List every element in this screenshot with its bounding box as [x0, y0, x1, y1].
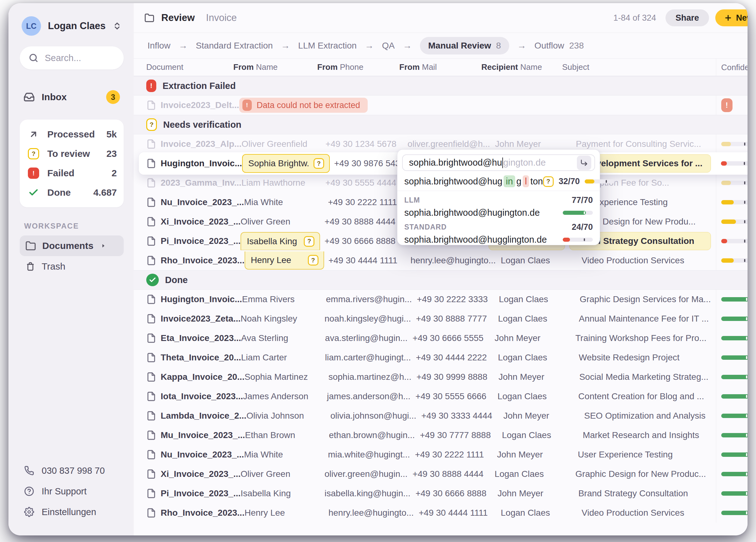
pipeline-step-qa[interactable]: QA — [382, 41, 395, 51]
table-row-done-2[interactable]: Eta_Invoice_2023...Ava Sterlingava.sterl… — [134, 328, 748, 348]
pipeline-step-label: LLM Extraction — [298, 41, 357, 51]
stat-label: Processed — [47, 129, 100, 140]
recipient-name: John Meyer — [495, 333, 545, 343]
search-field[interactable] — [45, 53, 115, 63]
sidebar-item-failed[interactable]: ! Failed 2 — [27, 163, 117, 183]
from-name-highlight-cell[interactable]: Henry Lee? — [245, 251, 324, 270]
table-row-done-3[interactable]: Theta_Invoice_20...Liam Carterliam.carte… — [134, 348, 748, 367]
table-row-done-7[interactable]: Mu_Invoice_2023_...Ethan Brownethan.brow… — [134, 426, 748, 445]
file-icon — [146, 217, 156, 227]
document-name: Nu_Invoice_2023_... — [161, 450, 244, 460]
table-row-done-8[interactable]: Nu_Invoice_2023_...Mia Whitemia.white@hu… — [134, 445, 748, 464]
group-row-verify[interactable]: ?Needs verification7 — [134, 115, 748, 134]
confidence-bar — [721, 414, 748, 418]
sidebar-item-support[interactable]: Ihr Support — [20, 481, 124, 502]
document-name: Hugington_Invoic... — [161, 294, 242, 304]
column-header-confidence[interactable]: Confidence — [716, 59, 748, 76]
pipeline-step-label: Standard Extraction — [196, 41, 273, 51]
profile-switcher[interactable]: LC Logan Claes — [20, 14, 124, 36]
column-header-name[interactable]: Recipient Name — [481, 62, 562, 72]
page-subtitle[interactable]: Invoice — [206, 12, 237, 23]
column-header-mail[interactable]: From Mail — [399, 62, 481, 72]
suggestion-diff-row[interactable]: sophia.brightwood@huginglton ? 32/70 — [397, 173, 600, 190]
pipeline-step-label: QA — [382, 41, 395, 51]
column-header-name[interactable]: From Name — [233, 62, 317, 72]
corner-down-right-icon — [580, 159, 588, 167]
confidence-bar — [721, 394, 748, 399]
sidebar-item-done[interactable]: Done 4.687 — [27, 183, 117, 202]
confidence-bar — [721, 355, 748, 360]
table-row-failed-0[interactable]: Invoice2023_Delt...!Data could not be ex… — [134, 95, 748, 115]
recipient-name: John Meyer — [497, 450, 548, 460]
recipient-name: Logan Claes — [501, 256, 555, 266]
table-row-done-5[interactable]: Iota_Invoice_2023...James Andersonjames.… — [134, 387, 748, 406]
question-badge-icon: ? — [146, 118, 157, 131]
share-button[interactable]: Share — [665, 9, 709, 26]
sidebar-item-processed[interactable]: Processed 5k — [27, 125, 117, 144]
table-row-done-9[interactable]: Xi_Invoice_2023_...Oliver Greenoliver.gr… — [134, 464, 748, 484]
sidebar-item-phone[interactable]: 030 837 998 70 — [20, 460, 124, 481]
table-row-done-0[interactable]: Hugington_Invoic...Emma Riversemma.river… — [134, 290, 748, 309]
stat-value: 4.687 — [93, 187, 117, 198]
sidebar-item-trash[interactable]: Trash — [20, 256, 124, 277]
table-row-verify-6[interactable]: Rho_Invoice_2023...Henry Lee?+49 30 4444… — [134, 251, 748, 270]
standard-section[interactable]: STANDARD 24/70 sophia.brightwood@hugglin… — [397, 218, 600, 245]
table-row-done-10[interactable]: Pi_Invoice_2023_...Isabella Kingisabella… — [134, 484, 748, 503]
file-icon — [146, 294, 156, 304]
typed-text: sophia.brightwood@hu — [409, 157, 502, 168]
sidebar-item-documents[interactable]: Documents — [20, 235, 124, 256]
document-name: Hugington_Invoic... — [161, 158, 242, 168]
pipeline-step-manual-review[interactable]: Manual Review8 — [420, 37, 509, 54]
plus-icon — [724, 14, 732, 22]
stat-value: 5k — [106, 129, 117, 140]
from-name: Henry Lee — [245, 508, 290, 518]
question-badge-icon[interactable]: ? — [304, 236, 314, 247]
from-name-highlight-cell[interactable]: Isabella King? — [241, 232, 320, 250]
column-header-subject[interactable]: Subject — [562, 62, 716, 72]
confidence-bar — [721, 181, 748, 185]
llm-label: LLM — [404, 196, 572, 204]
chevrons-up-down-icon[interactable] — [112, 21, 122, 31]
column-header-document[interactable]: Document — [146, 62, 233, 72]
llm-section[interactable]: LLM 77/70 sophia.brightwood@hugington.de — [397, 191, 600, 218]
pipeline-step-llm-extraction[interactable]: LLM Extraction — [298, 41, 357, 51]
pipeline-step-standard-extraction[interactable]: Standard Extraction — [196, 41, 273, 51]
confidence-bar — [721, 317, 748, 321]
pipeline-step-label: Outflow — [535, 41, 564, 51]
document-name: Nu_Invoice_2023_... — [161, 197, 244, 207]
sidebar-item-settings[interactable]: Einstellungen — [20, 502, 124, 522]
document-name: Rho_Invoice_2023... — [161, 256, 245, 266]
sidebar-item-to-review[interactable]: ? To review 23 — [27, 144, 117, 163]
arrow-right-icon: → — [179, 40, 188, 51]
file-icon — [146, 508, 156, 518]
sidebar-item-inbox[interactable]: Inbox 3 — [20, 87, 124, 107]
table-row-done-11[interactable]: Rho_Invoice_2023...Henry Leehenry.lee@hu… — [134, 503, 748, 523]
search-input[interactable] — [20, 46, 124, 70]
from-name-highlight-cell[interactable]: Sophia Brightw...? — [242, 154, 330, 173]
table-row-done-1[interactable]: Invoice2023_Zeta...Noah Kingsleynoah.kin… — [134, 309, 748, 328]
text-caret — [502, 157, 503, 168]
column-header-phone[interactable]: From Phone — [317, 62, 399, 72]
standard-score: 24/70 — [572, 222, 593, 232]
phone-icon — [24, 466, 34, 476]
new-button[interactable]: New — [715, 9, 748, 26]
group-label: Needs verification — [163, 120, 748, 130]
document-name: Xi_Invoice_2023_... — [161, 469, 241, 479]
enter-button[interactable] — [577, 156, 591, 170]
question-badge-icon[interactable]: ? — [313, 158, 324, 169]
recipient-name: John Meyer — [503, 411, 554, 421]
email-edit-input[interactable]: sophia.brightwood@hu gington.de — [402, 154, 595, 171]
group-row-done[interactable]: Done238 — [134, 270, 748, 290]
pipeline-step-inflow[interactable]: Inflow — [148, 41, 170, 51]
pipeline-step-count: 238 — [569, 41, 584, 51]
from-phone: ava.sterling@hugin... — [325, 333, 412, 343]
group-row-failed[interactable]: !Extraction Failed1 — [134, 76, 748, 95]
new-button-label: New — [736, 13, 748, 23]
table-row-done-4[interactable]: Kappa_Invoice_20...Sophia Martinezsophia… — [134, 367, 748, 387]
from-name: Isabella King — [241, 488, 296, 498]
question-badge-icon[interactable]: ? — [308, 255, 318, 266]
document-name: Mu_Invoice_2023_... — [161, 430, 245, 440]
avatar: LC — [22, 16, 41, 36]
pipeline-step-outflow[interactable]: Outflow238 — [535, 41, 584, 51]
table-row-done-6[interactable]: Lambda_Invoice_2...Olivia Johnsonolivia.… — [134, 406, 748, 426]
